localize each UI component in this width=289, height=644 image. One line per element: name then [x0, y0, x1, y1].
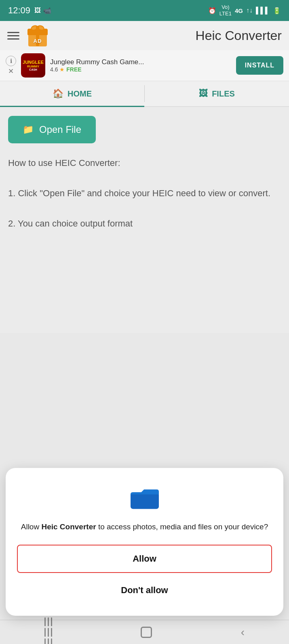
status-bar-right: ⏰ Vo) LTE1 4G ↑↓ ▌▌▌ 🔋 [208, 4, 281, 17]
status-time: 12:09 [8, 5, 30, 16]
dialog-overlay: Allow Heic Converter to access photos, m… [0, 380, 289, 620]
home-square-icon [141, 627, 152, 638]
nav-bar: ‹ [0, 620, 289, 644]
instructions-text: How to use HEIC Converter: 1. Click "Ope… [8, 155, 281, 231]
tabs: 🏠 HOME 🖼 FILES [0, 81, 289, 107]
app-bar: AD Heic Converter [0, 21, 289, 50]
menu-button[interactable] [7, 32, 19, 40]
ad-price: FREE [66, 66, 81, 73]
home-button[interactable] [141, 627, 152, 638]
files-icon: 🖼 [199, 88, 208, 99]
star-icon: ★ [59, 66, 65, 73]
status-bar-left: 12:09 🖼 📹 [8, 5, 51, 16]
open-file-button[interactable]: 📁 Open File [8, 116, 96, 143]
network-type: 4G [235, 7, 243, 14]
app-title: Heic Converter [56, 28, 282, 43]
ad-label: AD [34, 38, 42, 44]
deny-button[interactable]: Don't allow [17, 577, 272, 604]
main-content: 📁 Open File How to use HEIC Converter: 1… [0, 107, 289, 333]
ad-gift-icon[interactable]: AD [26, 24, 49, 47]
signal-bars-icon: ▌▌▌ [256, 7, 270, 14]
ad-info-icon: ℹ [6, 56, 16, 66]
tab-home[interactable]: 🏠 HOME [0, 81, 144, 106]
signal-arrows-icon: ↑↓ [246, 7, 253, 14]
ad-details: Junglee Rummy Cash Game... 4.6 ★ FREE [50, 58, 231, 73]
svg-rect-0 [131, 492, 159, 509]
ad-game-icon: JUNGLEE RUMMY CASH [21, 53, 45, 78]
tab-files-label: FILES [212, 89, 235, 99]
tab-files[interactable]: 🖼 FILES [145, 81, 289, 106]
dialog-app-name: Heic Converter [41, 522, 96, 531]
install-button[interactable]: INSTALL [236, 56, 283, 75]
status-bar: 12:09 🖼 📹 ⏰ Vo) LTE1 4G ↑↓ ▌▌▌ 🔋 [0, 0, 289, 21]
status-icons: 🖼 📹 [34, 7, 51, 15]
folder-icon: 📁 [23, 124, 34, 135]
dialog-message: Allow Heic Converter to access photos, m… [21, 521, 268, 533]
tab-home-label: HOME [68, 89, 92, 99]
back-arrow-icon: ‹ [241, 627, 245, 638]
network-label: Vo) LTE1 [219, 4, 232, 17]
ad-info-area: ℹ ✕ [6, 56, 16, 76]
recent-apps-button[interactable] [44, 617, 52, 644]
permission-dialog: Allow Heic Converter to access photos, m… [6, 468, 283, 616]
video-icon: 📹 [43, 7, 51, 15]
back-button[interactable]: ‹ [241, 627, 245, 638]
open-file-label: Open File [39, 124, 81, 135]
allow-button[interactable]: Allow [17, 545, 272, 573]
ad-rating: 4.6 ★ FREE [50, 66, 231, 73]
ad-game-name: Junglee Rummy Cash Game... [50, 58, 231, 66]
ad-close-icon[interactable]: ✕ [8, 67, 14, 76]
ad-banner: ℹ ✕ JUNGLEE RUMMY CASH Junglee Rummy Cas… [0, 50, 289, 81]
alarm-icon: ⏰ [208, 7, 216, 15]
home-icon: 🏠 [53, 88, 63, 99]
dialog-folder-icon [131, 483, 159, 512]
photo-icon: 🖼 [34, 7, 41, 14]
battery-icon: 🔋 [273, 7, 281, 15]
